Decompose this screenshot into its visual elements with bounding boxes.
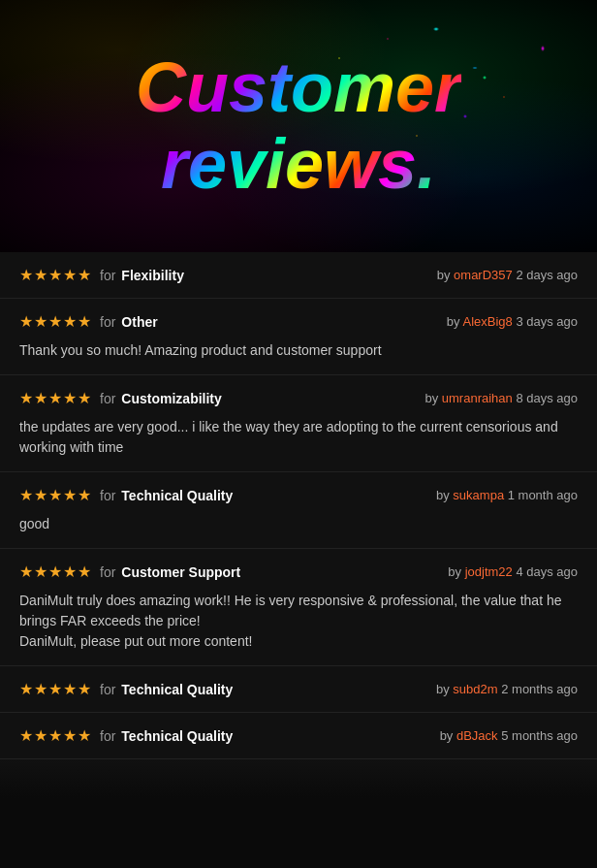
reviewer-username[interactable]: umranraihan: [442, 391, 513, 405]
review-category: Technical Quality: [121, 728, 233, 744]
star-rating: ★★★★★: [19, 563, 92, 581]
reviewer-username[interactable]: dBJack: [456, 728, 498, 743]
review-row: ★★★★★ for Technical Qualityby sukampa 1 …: [0, 472, 597, 549]
by-label: by: [437, 268, 454, 282]
review-left: ★★★★★ for Technical Quality: [19, 726, 233, 745]
reviewer-username[interactable]: AlexBig8: [462, 314, 512, 329]
review-meta: by subd2m 2 months ago: [436, 682, 578, 696]
review-time: 3 days ago: [513, 314, 578, 329]
for-label: for: [100, 391, 115, 406]
review-category: Flexibility: [121, 268, 184, 283]
review-header: ★★★★★ for Technical Qualityby sukampa 1 …: [19, 486, 578, 504]
review-body: the updates are very good... i like the …: [19, 417, 578, 458]
review-category: Customer Support: [121, 564, 240, 580]
for-label: for: [100, 488, 115, 503]
review-time: 4 days ago: [513, 564, 578, 579]
for-label: for: [100, 268, 115, 283]
star-rating: ★★★★★: [19, 266, 92, 284]
by-label: by: [440, 728, 456, 743]
for-label: for: [100, 682, 115, 697]
hero-title: Customerreviews.: [136, 49, 461, 203]
reviewer-username[interactable]: jodjtm22: [465, 564, 513, 579]
review-time: 5 months ago: [498, 728, 578, 743]
by-label: by: [447, 314, 463, 329]
star-rating: ★★★★★: [19, 726, 92, 745]
review-category: Other: [121, 314, 157, 330]
reviewer-username[interactable]: sukampa: [453, 488, 504, 502]
reviewer-username[interactable]: omarD357: [454, 268, 513, 282]
review-time: 1 month ago: [504, 488, 578, 502]
review-header: ★★★★★ for Customer Supportby jodjtm22 4 …: [19, 563, 578, 581]
hero-title-text: Customerreviews.: [136, 49, 461, 203]
review-category: Customizability: [121, 391, 221, 406]
for-label: for: [100, 564, 115, 580]
review-header: ★★★★★ for Technical Qualityby subd2m 2 m…: [19, 680, 578, 698]
review-row: ★★★★★ for Technical Qualityby subd2m 2 m…: [0, 666, 597, 713]
review-time: 2 months ago: [498, 682, 578, 696]
for-label: for: [100, 728, 115, 744]
review-left: ★★★★★ for Technical Quality: [19, 680, 233, 698]
review-meta: by AlexBig8 3 days ago: [447, 314, 578, 329]
review-row: ★★★★★ for Flexibilityby omarD357 2 days …: [0, 252, 597, 299]
star-rating: ★★★★★: [19, 486, 92, 504]
review-meta: by dBJack 5 months ago: [440, 728, 578, 743]
for-label: for: [100, 314, 115, 330]
review-left: ★★★★★ for Customizability: [19, 389, 222, 407]
review-row: ★★★★★ for Customer Supportby jodjtm22 4 …: [0, 549, 597, 666]
review-left: ★★★★★ for Technical Quality: [19, 486, 233, 504]
review-header: ★★★★★ for Otherby AlexBig8 3 days ago: [19, 312, 578, 331]
review-header: ★★★★★ for Customizabilityby umranraihan …: [19, 389, 578, 407]
review-left: ★★★★★ for Customer Support: [19, 563, 240, 581]
review-meta: by omarD357 2 days ago: [437, 268, 578, 282]
star-rating: ★★★★★: [19, 312, 92, 331]
review-row: ★★★★★ for Technical Qualityby dBJack 5 m…: [0, 713, 597, 759]
review-category: Technical Quality: [121, 488, 233, 503]
review-row: ★★★★★ for Customizabilityby umranraihan …: [0, 375, 597, 472]
review-header: ★★★★★ for Flexibilityby omarD357 2 days …: [19, 266, 578, 284]
hero-section: Customerreviews.: [0, 0, 597, 252]
review-body: DaniMult truly does amazing work!! He is…: [19, 591, 578, 652]
review-time: 2 days ago: [513, 268, 578, 282]
star-rating: ★★★★★: [19, 389, 92, 407]
by-label: by: [436, 682, 453, 696]
star-rating: ★★★★★: [19, 680, 92, 698]
review-time: 8 days ago: [513, 391, 578, 405]
review-meta: by jodjtm22 4 days ago: [448, 564, 578, 579]
by-label: by: [448, 564, 464, 579]
review-body: Thank you so much! Amazing product and c…: [19, 340, 578, 361]
by-label: by: [424, 391, 441, 405]
bottom-bg: [0, 759, 597, 798]
by-label: by: [436, 488, 453, 502]
review-category: Technical Quality: [121, 682, 233, 697]
review-row: ★★★★★ for Otherby AlexBig8 3 days agoTha…: [0, 299, 597, 375]
review-meta: by sukampa 1 month ago: [436, 488, 578, 502]
reviewer-username[interactable]: subd2m: [453, 682, 497, 696]
review-left: ★★★★★ for Other: [19, 312, 158, 331]
review-left: ★★★★★ for Flexibility: [19, 266, 184, 284]
review-header: ★★★★★ for Technical Qualityby dBJack 5 m…: [19, 726, 578, 745]
review-body: good: [19, 514, 578, 534]
review-meta: by umranraihan 8 days ago: [424, 391, 578, 405]
reviews-section: ★★★★★ for Flexibilityby omarD357 2 days …: [0, 252, 597, 759]
